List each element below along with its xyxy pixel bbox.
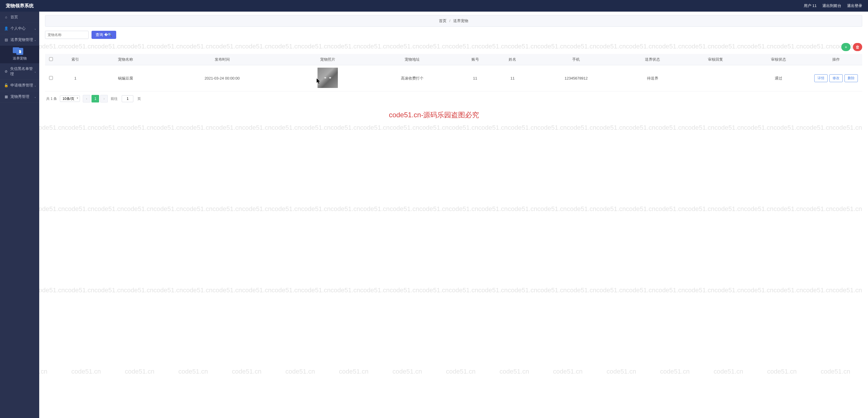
sidebar-item-adopt-apply[interactable]: 🔓 申请领养管理 ⌄ bbox=[0, 80, 39, 91]
search-row: 查询 �🔍 bbox=[45, 31, 862, 39]
sidebar-item-label: 送养宠物管理 bbox=[10, 37, 33, 42]
th-pet-name: 宠物名称 bbox=[94, 54, 157, 65]
cell-publish-time: 2021-03-24 00:00:00 bbox=[157, 65, 287, 91]
row-checkbox[interactable] bbox=[49, 76, 53, 80]
search-button-label: 查询 bbox=[96, 32, 103, 37]
th-name: 姓名 bbox=[494, 54, 531, 65]
data-table: 索引 宠物名称 发布时间 宠物照片 宠物地址 账号 姓名 手机 送养状态 审核回… bbox=[45, 54, 862, 91]
goto-page-input[interactable] bbox=[122, 95, 133, 102]
active-indicator bbox=[13, 47, 19, 53]
sidebar: ⌂ 首页 👤 个人中心 ⌄ ▤ 送养宠物管理 ⌄ 📄 送养宠物 ⊘ 失信黑名单管… bbox=[0, 11, 39, 109]
main-content: 首页 / 送养宠物 查询 �🔍 + 🗑 索引 宠物名称 发布时间 宠物照片 宠物… bbox=[39, 11, 868, 109]
cell-account: 11 bbox=[456, 65, 494, 91]
plus-icon: + bbox=[845, 45, 847, 50]
sidebar-item-label: 申请领养管理 bbox=[10, 83, 33, 88]
cell-index: 1 bbox=[57, 65, 94, 91]
select-all-checkbox[interactable] bbox=[49, 57, 53, 61]
cell-name: 11 bbox=[494, 65, 531, 91]
breadcrumb-separator: / bbox=[450, 19, 451, 23]
page-suffix: 页 bbox=[137, 96, 141, 101]
header-right: 用户 11 退出到前台 退出登录 bbox=[804, 3, 862, 8]
chevron-down-icon: ⌄ bbox=[34, 95, 36, 98]
sidebar-item-blacklist[interactable]: ⊘ 失信黑名单管理 ⌄ bbox=[0, 63, 39, 80]
breadcrumb-current: 送养宠物 bbox=[453, 19, 468, 23]
th-index: 索引 bbox=[57, 54, 94, 65]
table-row: 1 锅煸豆腐 2021-03-24 00:00:00 高速收费打个 11 11 … bbox=[45, 65, 862, 91]
chevron-down-icon: ⌄ bbox=[34, 27, 36, 30]
search-input[interactable] bbox=[45, 31, 89, 39]
total-count: 共 1 条 bbox=[46, 96, 57, 101]
page-nav: ‹ 1 › bbox=[83, 95, 108, 102]
th-address: 宠物地址 bbox=[368, 54, 457, 65]
table-header-row: 索引 宠物名称 发布时间 宠物照片 宠物地址 账号 姓名 手机 送养状态 审核回… bbox=[45, 54, 862, 65]
chevron-down-icon: ⌄ bbox=[34, 84, 36, 87]
chevron-down-icon: ⌄ bbox=[34, 70, 36, 73]
cell-review-status: 通过 bbox=[747, 65, 810, 91]
th-send-status: 送养状态 bbox=[621, 54, 684, 65]
th-phone: 手机 bbox=[531, 54, 621, 65]
search-button[interactable]: 查询 �🔍 bbox=[92, 31, 116, 39]
breadcrumb-home[interactable]: 首页 bbox=[439, 19, 446, 23]
lock-icon: 🔓 bbox=[4, 83, 8, 87]
prev-page-button[interactable]: ‹ bbox=[83, 95, 90, 102]
sidebar-item-label: 失信黑名单管理 bbox=[10, 66, 35, 77]
sidebar-item-home[interactable]: ⌂ 首页 bbox=[0, 11, 39, 23]
th-review-reply: 审核回复 bbox=[684, 54, 747, 65]
th-actions: 操作 bbox=[810, 54, 862, 65]
goto-label: 前往 bbox=[111, 96, 118, 101]
next-page-button[interactable]: › bbox=[100, 95, 108, 102]
app-title: 宠物领养系统 bbox=[6, 3, 34, 9]
sidebar-submenu: 📄 送养宠物 bbox=[0, 45, 39, 63]
logout-front-link[interactable]: 退出到前台 bbox=[823, 3, 841, 8]
edit-button[interactable]: 修改 bbox=[829, 74, 843, 82]
cell-address: 高速收费打个 bbox=[368, 65, 457, 91]
sidebar-item-pet-show[interactable]: ▦ 宠物秀管理 ⌄ bbox=[0, 91, 39, 102]
pagination: 共 1 条 10条/页 ‹ 1 › 前往 页 bbox=[45, 91, 862, 106]
trash-icon: 🗑 bbox=[856, 45, 860, 50]
th-pet-photo: 宠物照片 bbox=[287, 54, 368, 65]
page-number-button[interactable]: 1 bbox=[92, 95, 99, 102]
sidebar-sub-label: 送养宠物 bbox=[13, 56, 27, 61]
list-icon: ▤ bbox=[4, 38, 8, 42]
sidebar-item-label: 宠物秀管理 bbox=[10, 94, 29, 99]
sidebar-item-label: 首页 bbox=[10, 14, 18, 20]
th-publish-time: 发布时间 bbox=[157, 54, 287, 65]
user-icon: 👤 bbox=[4, 26, 8, 30]
user-label[interactable]: 用户 11 bbox=[804, 3, 816, 8]
search-icon: �🔍 bbox=[104, 33, 112, 37]
th-account: 账号 bbox=[456, 54, 494, 65]
pet-photo-thumbnail[interactable] bbox=[317, 68, 338, 88]
sidebar-item-profile[interactable]: 👤 个人中心 ⌄ bbox=[0, 23, 39, 34]
page-size-select[interactable]: 10条/页 bbox=[60, 96, 80, 102]
cell-phone: 12345678912 bbox=[531, 65, 621, 91]
row-delete-button[interactable]: 删除 bbox=[844, 74, 858, 82]
sidebar-item-send-pet[interactable]: ▤ 送养宠物管理 ⌄ bbox=[0, 34, 39, 45]
home-icon: ⌂ bbox=[4, 15, 8, 19]
cell-review-reply bbox=[684, 65, 747, 91]
cell-send-status: 待送养 bbox=[621, 65, 684, 91]
th-review-status: 审核状态 bbox=[747, 54, 810, 65]
clock-icon: ⊘ bbox=[4, 69, 8, 73]
row-actions: 详情 修改 删除 bbox=[812, 74, 861, 82]
breadcrumb: 首页 / 送养宠物 bbox=[45, 15, 862, 27]
logout-link[interactable]: 退出登录 bbox=[847, 3, 862, 8]
add-button[interactable]: + bbox=[841, 43, 850, 51]
chevron-down-icon: ⌄ bbox=[34, 38, 36, 41]
sidebar-sub-send-pet[interactable]: 📄 送养宠物 bbox=[0, 45, 39, 63]
delete-button[interactable]: 🗑 bbox=[853, 43, 862, 51]
sidebar-item-label: 个人中心 bbox=[10, 26, 26, 31]
top-header: 宠物领养系统 用户 11 退出到前台 退出登录 bbox=[0, 0, 868, 11]
action-buttons: + 🗑 bbox=[45, 43, 862, 51]
detail-button[interactable]: 详情 bbox=[814, 74, 828, 82]
cell-pet-name: 锅煸豆腐 bbox=[94, 65, 157, 91]
grid-icon: ▦ bbox=[4, 95, 8, 99]
